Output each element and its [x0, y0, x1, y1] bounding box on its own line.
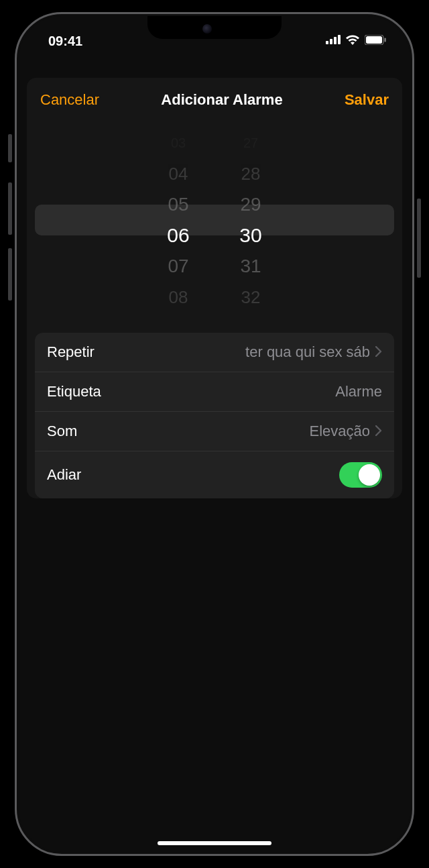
- front-camera: [202, 24, 212, 34]
- volume-down-button: [8, 248, 12, 301]
- modal-header: Cancelar Adicionar Alarme Salvar: [27, 78, 402, 114]
- svg-rect-0: [326, 41, 328, 44]
- screen: 09:41 Cancelar Adicionar Alarme Salvar: [19, 16, 410, 852]
- label-value: Alarme: [335, 383, 382, 400]
- svg-rect-5: [366, 36, 382, 44]
- label-label: Etiqueta: [47, 383, 101, 400]
- cancel-button[interactable]: Cancelar: [40, 91, 99, 109]
- time-picker[interactable]: 0327 0428 0529 0630 0731 0832 0933: [27, 126, 402, 314]
- save-button[interactable]: Salvar: [345, 91, 389, 109]
- chevron-right-icon: [375, 423, 382, 440]
- home-indicator[interactable]: [158, 841, 271, 845]
- volume-up-button: [8, 182, 12, 235]
- device-frame: 09:41 Cancelar Adicionar Alarme Salvar: [15, 12, 414, 856]
- snooze-label: Adiar: [47, 466, 81, 484]
- add-alarm-modal: Cancelar Adicionar Alarme Salvar 0327 04…: [27, 78, 402, 498]
- status-time: 09:41: [48, 34, 82, 49]
- snooze-row: Adiar: [35, 451, 394, 498]
- repeat-row[interactable]: Repetir ter qua qui sex sáb: [35, 333, 394, 372]
- label-row[interactable]: Etiqueta Alarme: [35, 372, 394, 412]
- minute-option[interactable]: 28: [235, 164, 267, 184]
- minute-option[interactable]: 31: [235, 256, 267, 277]
- hour-option[interactable]: 08: [162, 287, 194, 308]
- sound-label: Som: [47, 423, 77, 440]
- minute-option[interactable]: 32: [235, 287, 267, 308]
- sound-row[interactable]: Som Elevação: [35, 412, 394, 451]
- cellular-signal-icon: [326, 35, 341, 47]
- status-icons: [326, 34, 386, 48]
- notch: [147, 16, 282, 39]
- minute-option[interactable]: 29: [235, 194, 267, 215]
- repeat-value: ter qua qui sex sáb: [245, 343, 370, 361]
- minute-selected[interactable]: 30: [235, 224, 267, 247]
- minute-option[interactable]: 27: [235, 135, 267, 151]
- modal-title: Adicionar Alarme: [161, 91, 282, 109]
- hour-selected[interactable]: 06: [162, 224, 194, 247]
- snooze-toggle[interactable]: [339, 462, 382, 488]
- wifi-icon: [345, 34, 360, 48]
- repeat-label: Repetir: [47, 343, 95, 361]
- alarm-settings-list: Repetir ter qua qui sex sáb Etiqueta Ala…: [35, 333, 394, 498]
- power-button: [417, 199, 421, 278]
- svg-rect-6: [385, 38, 386, 42]
- sound-value: Elevação: [309, 423, 370, 440]
- svg-rect-2: [334, 37, 336, 44]
- toggle-knob: [359, 464, 380, 486]
- battery-icon: [365, 35, 386, 48]
- hour-option[interactable]: 05: [162, 194, 194, 215]
- chevron-right-icon: [375, 343, 382, 361]
- hour-option[interactable]: 03: [162, 135, 194, 151]
- svg-rect-3: [338, 35, 341, 44]
- mute-switch: [8, 134, 12, 162]
- hour-option[interactable]: 07: [162, 256, 194, 277]
- hour-option[interactable]: 04: [162, 164, 194, 184]
- svg-rect-1: [330, 39, 332, 44]
